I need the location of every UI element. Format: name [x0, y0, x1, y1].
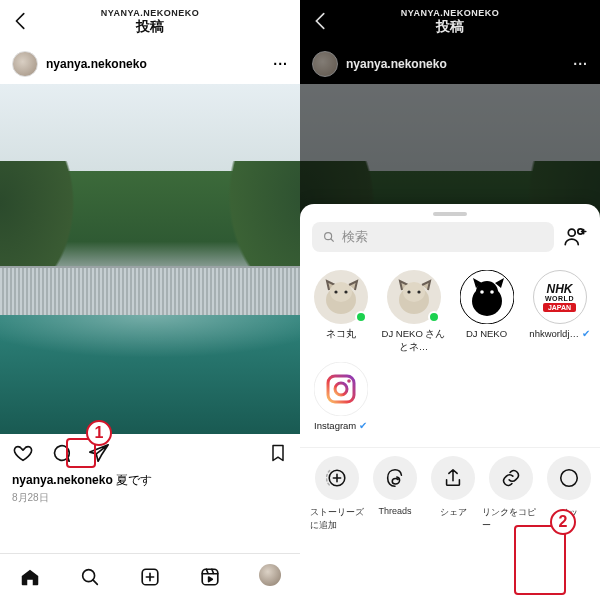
contact-avatar: [314, 270, 368, 324]
contact-label: DJ NEKO さんとネ…: [379, 328, 448, 354]
create-tab[interactable]: [139, 566, 161, 588]
svg-point-19: [480, 290, 484, 294]
post-caption: nyanya.nekoneko 夏です: [0, 472, 300, 489]
contact-item[interactable]: Instagram ✔: [304, 358, 377, 435]
contact-avatar: [460, 270, 514, 324]
phone-left: NYANYA.NEKONEKO 投稿 nyanya.nekoneko ··· 1…: [0, 0, 300, 599]
threads-icon: [373, 456, 417, 500]
author-avatar[interactable]: [312, 51, 338, 77]
profile-avatar-icon: [259, 564, 281, 586]
share-item-label: シェア: [440, 506, 467, 519]
search-input[interactable]: 検索: [312, 222, 554, 252]
post-image[interactable]: [0, 84, 300, 434]
add-people-button[interactable]: [562, 224, 588, 250]
contact-item[interactable]: ネコ丸: [304, 266, 377, 358]
header-subtitle: NYANYA.NEKONEKO: [101, 8, 199, 18]
share-item-threads[interactable]: Threads: [366, 456, 424, 532]
svg-point-10: [344, 290, 347, 293]
svg-point-3: [325, 233, 332, 240]
svg-point-21: [314, 362, 368, 416]
callout-box-2: [514, 525, 566, 595]
more-button[interactable]: ···: [273, 56, 288, 72]
author-username[interactable]: nyanya.nekoneko: [346, 57, 447, 71]
reels-icon: [199, 566, 221, 588]
contact-item[interactable]: NHKWORLDJAPANnhkworldj… ✔: [523, 266, 596, 358]
header: NYANYA.NEKONEKO 投稿: [0, 0, 300, 44]
share-icon: [431, 456, 475, 500]
header-title: 投稿: [101, 18, 199, 36]
contact-label: Instagram ✔: [314, 420, 367, 431]
author-username[interactable]: nyanya.nekoneko: [46, 57, 147, 71]
story-icon: [315, 456, 359, 500]
search-icon: [79, 566, 101, 588]
add-people-icon: [562, 224, 588, 250]
contact-avatar: NHKWORLDJAPAN: [533, 270, 587, 324]
share-item-share[interactable]: シェア: [424, 456, 482, 532]
author-row[interactable]: nyanya.nekoneko ···: [300, 44, 600, 84]
contact-item[interactable]: DJ NEKO: [450, 266, 523, 358]
share-sheet: 検索 ネコ丸DJ NEKO さんとネ…DJ NEKONHKWORLDJAPANn…: [300, 204, 600, 599]
svg-point-18: [476, 281, 498, 303]
post-date: 8月28日: [0, 489, 300, 505]
share-item-label: Threads: [378, 506, 411, 516]
header-subtitle: NYANYA.NEKONEKO: [401, 8, 499, 18]
reels-tab[interactable]: [199, 566, 221, 588]
author-avatar[interactable]: [12, 51, 38, 77]
svg-point-13: [403, 282, 425, 302]
back-button[interactable]: [10, 10, 32, 32]
sheet-handle[interactable]: [433, 212, 467, 216]
svg-point-14: [407, 290, 410, 293]
phone-right: NYANYA.NEKONEKO 投稿 nyanya.nekoneko ··· 検…: [300, 0, 600, 599]
contact-label: nhkworldj… ✔: [529, 328, 589, 339]
action-row: 1: [0, 434, 300, 472]
contact-label: ネコ丸: [326, 328, 356, 341]
callout-badge-2: 2: [550, 509, 576, 535]
more-button[interactable]: ···: [573, 56, 588, 72]
contact-avatar: [387, 270, 441, 324]
svg-point-26: [561, 470, 578, 487]
contact-item[interactable]: DJ NEKO さんとネ…: [377, 266, 450, 358]
heart-icon: [12, 442, 34, 464]
message-icon: [547, 456, 591, 500]
bookmark-button[interactable]: [268, 442, 288, 464]
svg-point-15: [417, 290, 420, 293]
caption-text: 夏です: [116, 473, 152, 487]
caption-username[interactable]: nyanya.nekoneko: [12, 473, 113, 487]
search-icon: [322, 230, 336, 244]
svg-point-8: [330, 282, 352, 302]
like-button[interactable]: [12, 442, 34, 464]
chevron-left-icon: [310, 10, 332, 32]
chevron-left-icon: [10, 10, 32, 32]
svg-point-9: [334, 290, 337, 293]
contact-label: DJ NEKO: [466, 328, 507, 339]
svg-point-4: [568, 229, 575, 236]
header: NYANYA.NEKONEKO 投稿: [300, 0, 600, 44]
home-tab[interactable]: [19, 566, 41, 588]
contact-avatar: [314, 362, 368, 416]
search-tab[interactable]: [79, 566, 101, 588]
plus-square-icon: [139, 566, 161, 588]
share-item-label: ストーリーズ に追加: [310, 506, 364, 532]
tab-bar: [0, 553, 300, 599]
link-icon: [489, 456, 533, 500]
contacts-grid: ネコ丸DJ NEKO さんとネ…DJ NEKONHKWORLDJAPANnhkw…: [300, 262, 600, 443]
svg-point-20: [490, 290, 494, 294]
share-item-story[interactable]: ストーリーズ に追加: [308, 456, 366, 532]
header-title: 投稿: [401, 18, 499, 36]
svg-point-24: [347, 379, 351, 383]
back-button[interactable]: [310, 10, 332, 32]
profile-tab[interactable]: [259, 564, 281, 590]
callout-badge-1: 1: [86, 420, 112, 446]
author-row[interactable]: nyanya.nekoneko ···: [0, 44, 300, 84]
home-icon: [19, 566, 41, 588]
search-placeholder: 検索: [342, 228, 368, 246]
share-item-link[interactable]: リンクをコピー: [482, 456, 540, 532]
bookmark-icon: [268, 442, 288, 464]
